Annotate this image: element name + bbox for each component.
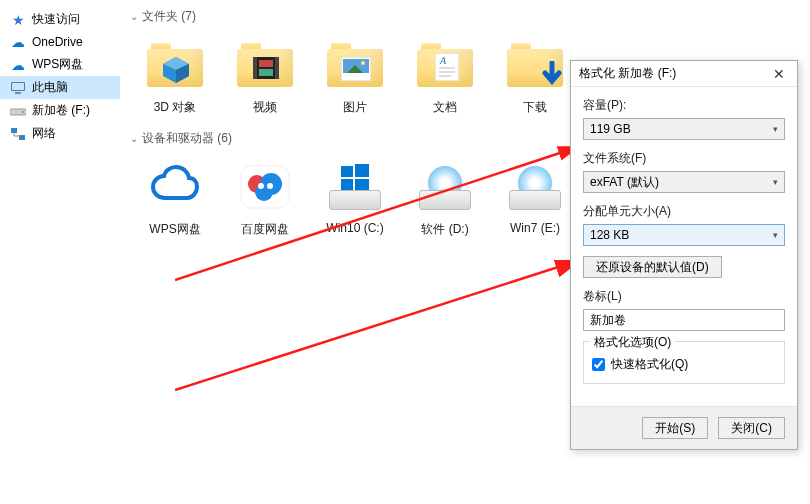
restore-defaults-button[interactable]: 还原设备的默认值(D) [583,256,722,278]
dialog-titlebar[interactable]: 格式化 新加卷 (F:) ✕ [571,61,797,87]
svg-rect-11 [253,57,257,79]
drive-item-e[interactable]: Win7 (E:) [490,153,580,248]
svg-rect-2 [15,92,21,94]
close-button[interactable]: 关闭(C) [718,417,785,439]
sidebar-item-label: WPS网盘 [32,56,83,73]
disk-drive-icon [503,159,567,215]
sidebar-item-label: 新加卷 (F:) [32,102,90,119]
folder-item-downloads[interactable]: 下载 [490,31,580,126]
svg-rect-31 [341,166,353,177]
folder-video-icon [233,37,297,93]
input-value: 新加卷 [590,312,626,329]
sidebar-item-label: 网络 [32,125,56,142]
svg-marker-24 [544,74,560,85]
section-title: 设备和驱动器 (6) [142,130,232,147]
disk-drive-icon [413,159,477,215]
svg-rect-13 [259,60,273,67]
folder-item-3d-objects[interactable]: 3D 对象 [130,31,220,126]
sidebar-item-wps[interactable]: ☁ WPS网盘 [0,53,120,76]
drive-item-wps[interactable]: WPS网盘 [130,153,220,248]
folder-item-documents[interactable]: A 文档 [400,31,490,126]
sidebar-item-label: OneDrive [32,35,83,49]
format-options-label: 格式化选项(O) [590,334,675,351]
item-label: WPS网盘 [149,221,200,238]
volume-label-label: 卷标(L) [583,288,785,305]
drive-item-d[interactable]: 软件 (D:) [400,153,490,248]
network-icon [10,126,26,142]
chevron-down-icon: ▾ [773,230,778,240]
wps-cloud-icon [143,159,207,215]
svg-rect-32 [355,164,369,177]
drive-icon [10,103,26,119]
section-title: 文件夹 (7) [142,8,196,25]
quick-format-checkbox[interactable] [592,358,605,371]
select-value: 128 KB [590,228,629,242]
item-label: Win10 (C:) [326,221,383,235]
dialog-title-text: 格式化 新加卷 (F:) [579,65,676,82]
select-value: 119 GB [590,122,631,136]
pc-icon [10,80,26,96]
svg-rect-14 [259,69,273,76]
svg-rect-19 [435,53,459,81]
sidebar-item-quick-access[interactable]: ★ 快速访问 [0,8,120,31]
svg-point-30 [267,183,273,189]
item-label: 软件 (D:) [421,221,468,238]
drive-item-baidu[interactable]: 百度网盘 [220,153,310,248]
item-label: 3D 对象 [154,99,197,116]
item-label: Win7 (E:) [510,221,560,235]
chevron-down-icon: ⌄ [130,11,138,22]
folder-3d-icon [143,37,207,93]
item-label: 视频 [253,99,277,116]
chevron-down-icon: ▾ [773,177,778,187]
filesystem-label: 文件系统(F) [583,150,785,167]
windows-drive-icon [323,159,387,215]
sidebar-item-label: 此电脑 [32,79,68,96]
svg-rect-12 [275,57,279,79]
start-button[interactable]: 开始(S) [642,417,708,439]
folder-item-videos[interactable]: 视频 [220,31,310,126]
capacity-select[interactable]: 119 GB ▾ [583,118,785,140]
svg-rect-1 [12,83,24,90]
allocation-label: 分配单元大小(A) [583,203,785,220]
chevron-down-icon: ▾ [773,124,778,134]
cloud-icon: ☁ [10,57,26,73]
allocation-select[interactable]: 128 KB ▾ [583,224,785,246]
item-label: 图片 [343,99,367,116]
capacity-label: 容量(P): [583,97,785,114]
item-label: 百度网盘 [241,221,289,238]
folder-item-pictures[interactable]: 图片 [310,31,400,126]
item-label: 文档 [433,99,457,116]
select-value: exFAT (默认) [590,174,659,191]
sidebar-item-drive-f[interactable]: 新加卷 (F:) [0,99,120,122]
quick-format-label: 快速格式化(Q) [611,356,688,373]
chevron-down-icon: ⌄ [130,133,138,144]
folder-doc-icon: A [413,37,477,93]
sidebar-item-network[interactable]: 网络 [0,122,120,145]
close-icon[interactable]: ✕ [769,66,789,82]
svg-point-18 [361,61,365,65]
sidebar: ★ 快速访问 ☁ OneDrive ☁ WPS网盘 此电脑 新加卷 (F:) [0,0,120,504]
volume-label-input[interactable]: 新加卷 [583,309,785,331]
star-icon: ★ [10,12,26,28]
svg-rect-33 [341,179,353,190]
sidebar-item-onedrive[interactable]: ☁ OneDrive [0,31,120,53]
format-dialog: 格式化 新加卷 (F:) ✕ 容量(P): 119 GB ▾ 文件系统(F) e… [570,60,798,450]
cloud-icon: ☁ [10,34,26,50]
filesystem-select[interactable]: exFAT (默认) ▾ [583,171,785,193]
section-header-folders[interactable]: ⌄ 文件夹 (7) [130,4,800,31]
baidu-cloud-icon [233,159,297,215]
folder-download-icon [503,37,567,93]
sidebar-item-label: 快速访问 [32,11,80,28]
sidebar-item-this-pc[interactable]: 此电脑 [0,76,120,99]
svg-point-4 [22,111,24,113]
drive-item-c[interactable]: Win10 (C:) [310,153,400,248]
folder-picture-icon [323,37,387,93]
svg-text:A: A [439,55,447,66]
svg-point-29 [258,183,264,189]
svg-rect-5 [11,128,17,133]
item-label: 下载 [523,99,547,116]
